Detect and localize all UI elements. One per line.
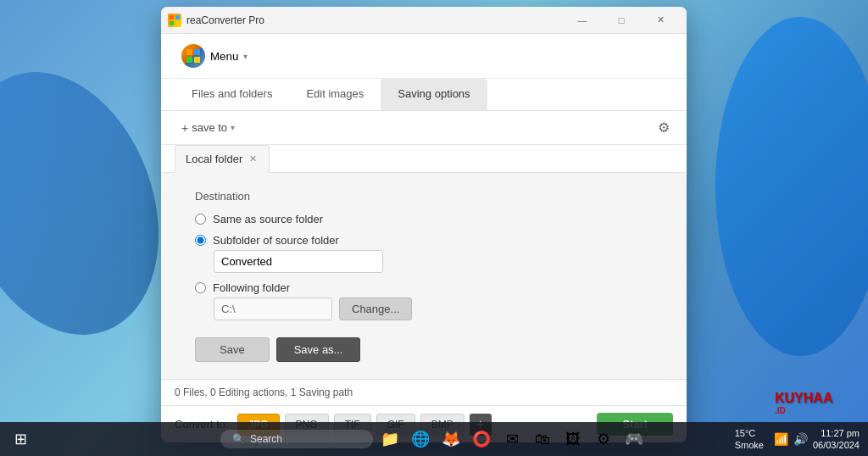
title-bar: reaConverter Pro — □ ✕ xyxy=(161,7,687,34)
taskbar-icon-firefox[interactable]: 🦊 xyxy=(437,425,465,453)
bg-blob-right xyxy=(715,17,868,356)
minimize-button[interactable]: — xyxy=(563,7,602,34)
taskbar-search-label: Search xyxy=(250,433,282,445)
destination-area: Destination Same as source folder Subfol… xyxy=(161,173,687,379)
svg-rect-5 xyxy=(194,49,200,55)
local-folder-tab-label: Local folder xyxy=(186,153,242,165)
taskbar-icon-mail[interactable]: ✉ xyxy=(498,425,526,453)
app-window: reaConverter Pro — □ ✕ Menu ▾ Files an xyxy=(161,7,687,442)
volume-icon: 🔊 xyxy=(793,432,808,446)
tab-edit[interactable]: Edit images xyxy=(289,79,381,110)
radio-following-group: Following folder Change... xyxy=(195,281,653,320)
svg-rect-0 xyxy=(170,15,174,19)
svg-rect-7 xyxy=(194,57,200,63)
menu-dropdown-icon: ▾ xyxy=(243,52,248,61)
maximize-button[interactable]: □ xyxy=(602,7,641,34)
taskbar-date-display: 06/03/2024 xyxy=(813,439,860,451)
svg-rect-4 xyxy=(186,49,192,55)
radio-subfolder-label: Subfolder of source folder xyxy=(213,234,339,247)
menu-icon xyxy=(181,44,205,68)
radio-subfolder-group: Subfolder of source folder xyxy=(195,234,653,273)
title-bar-left: reaConverter Pro xyxy=(168,14,264,27)
watermark-line2: .ID xyxy=(775,406,860,415)
taskbar-icon-files[interactable]: 📁 xyxy=(376,425,403,453)
radio-group: Same as source folder Subfolder of sourc… xyxy=(195,213,653,320)
destination-label: Destination xyxy=(195,190,653,203)
taskbar-icon-game[interactable]: 🎮 xyxy=(620,425,648,453)
taskbar-icon-settings[interactable]: ⚙ xyxy=(590,425,617,453)
radio-same-source[interactable]: Same as source folder xyxy=(195,213,653,225)
watermark: KUYHAA .ID xyxy=(775,391,860,415)
local-folder-tab: Local folder ✕ xyxy=(175,145,270,173)
taskbar-left: ⊞ xyxy=(0,425,34,453)
toolbar: Menu ▾ xyxy=(161,34,687,79)
radio-same-source-input[interactable] xyxy=(195,214,206,225)
taskbar-center: 🔍 Search 📁 🌐 🦊 ⭕ ✉ 🛍 🖼 ⚙ 🎮 xyxy=(220,425,648,453)
save-button[interactable]: Save xyxy=(195,337,270,362)
following-folder-input[interactable] xyxy=(214,298,332,320)
save-to-button[interactable]: + save to ▾ xyxy=(175,118,242,138)
sub-toolbar: + save to ▾ ⚙ xyxy=(161,111,687,145)
weather-widget: 15°C Smoke xyxy=(735,427,769,452)
save-to-dropdown-icon: ▾ xyxy=(231,123,235,132)
weather-desc: Smoke xyxy=(735,439,764,451)
plus-icon: + xyxy=(181,121,188,135)
local-folder-close-button[interactable]: ✕ xyxy=(248,153,259,164)
weather-temp: 15°C xyxy=(735,427,764,439)
status-text: 0 Files, 0 Editing actions, 1 Saving pat… xyxy=(175,386,353,398)
change-folder-button[interactable]: Change... xyxy=(339,298,412,320)
radio-same-source-label: Same as source folder xyxy=(213,213,323,225)
menu-label: Menu xyxy=(210,50,238,63)
svg-rect-1 xyxy=(175,15,180,19)
save-as-button[interactable]: Save as... xyxy=(276,337,361,362)
svg-rect-2 xyxy=(170,21,174,25)
watermark-line1: KUYHAA xyxy=(775,391,860,406)
subfolder-input-container xyxy=(214,250,653,273)
taskbar-icon-edge[interactable]: 🌐 xyxy=(407,425,434,453)
tab-content: Local folder ✕ Destination Same as sourc… xyxy=(161,145,687,379)
taskbar-icon-photos[interactable]: 🖼 xyxy=(559,425,587,453)
tab-files[interactable]: Files and folders xyxy=(175,79,289,110)
radio-subfolder[interactable]: Subfolder of source folder xyxy=(195,234,653,247)
app-title: reaConverter Pro xyxy=(186,14,264,26)
taskbar-search[interactable]: 🔍 Search xyxy=(220,430,373,448)
svg-rect-6 xyxy=(186,57,192,63)
radio-subfolder-input[interactable] xyxy=(195,235,206,246)
taskbar: ⊞ 🔍 Search 📁 🌐 🦊 ⭕ ✉ 🛍 🖼 ⚙ 🎮 15°C Smoke … xyxy=(0,422,868,456)
taskbar-icon-store[interactable]: 🛍 xyxy=(529,425,556,453)
window-controls: — □ ✕ xyxy=(563,7,680,34)
app-icon xyxy=(168,14,181,27)
taskbar-icon-chrome[interactable]: ⭕ xyxy=(468,425,495,453)
menu-button[interactable]: Menu ▾ xyxy=(175,41,254,71)
radio-following[interactable]: Following folder xyxy=(195,281,653,294)
local-folder-header: Local folder ✕ xyxy=(161,145,687,173)
wifi-icon: 📶 xyxy=(774,432,788,446)
taskbar-clock: 11:27 pm 06/03/2024 xyxy=(813,427,860,452)
gear-button[interactable]: ⚙ xyxy=(654,116,673,139)
save-to-label: save to xyxy=(192,121,227,134)
action-buttons: Save Save as... xyxy=(195,337,653,362)
start-button-taskbar[interactable]: ⊞ xyxy=(7,425,34,453)
close-button[interactable]: ✕ xyxy=(641,7,680,34)
taskbar-right: 15°C Smoke 📶 🔊 11:27 pm 06/03/2024 xyxy=(735,427,868,452)
radio-following-label: Following folder xyxy=(213,281,290,294)
subfolder-text-input[interactable] xyxy=(214,250,383,273)
nav-tabs: Files and folders Edit images Saving opt… xyxy=(161,79,687,111)
svg-rect-3 xyxy=(175,21,180,25)
status-bar: 0 Files, 0 Editing actions, 1 Saving pat… xyxy=(161,379,687,405)
tab-saving[interactable]: Saving options xyxy=(381,79,487,110)
radio-following-input[interactable] xyxy=(195,282,206,293)
taskbar-time-display: 11:27 pm xyxy=(813,427,860,439)
following-folder-row: Change... xyxy=(214,298,653,320)
